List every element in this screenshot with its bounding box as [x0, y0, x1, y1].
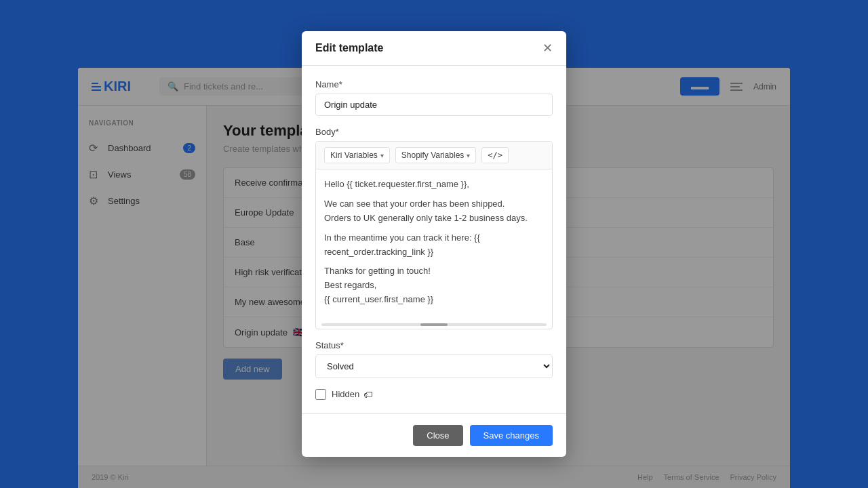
- status-select[interactable]: Open Pending Solved Closed: [315, 354, 553, 378]
- body-label: Body*: [315, 127, 553, 137]
- chevron-down-icon-2: ▾: [467, 152, 470, 159]
- hidden-checkbox[interactable]: [315, 389, 326, 400]
- editor-toolbar: Kiri Variables ▾ Shopify Variables ▾ </>: [316, 142, 552, 169]
- hidden-icon: 🏷: [363, 389, 373, 400]
- scrollbar-thumb: [420, 323, 448, 326]
- kiri-variables-label: Kiri Variables: [330, 150, 378, 160]
- body-editor: Kiri Variables ▾ Shopify Variables ▾ </>…: [315, 141, 553, 329]
- hidden-checkbox-group: Hidden 🏷: [315, 389, 553, 400]
- modal-overlay: Edit template ✕ Name* Body* Kiri Variabl…: [0, 0, 868, 488]
- body-line-3: In the meantime you can track it here: {…: [324, 231, 544, 260]
- save-changes-button[interactable]: Save changes: [470, 425, 553, 446]
- modal-title: Edit template: [315, 42, 383, 54]
- status-field-group: Status* Open Pending Solved Closed: [315, 340, 553, 378]
- shopify-variables-label: Shopify Variables: [401, 150, 465, 160]
- kiri-variables-dropdown[interactable]: Kiri Variables ▾: [324, 147, 390, 163]
- editor-scrollbar[interactable]: [321, 323, 547, 326]
- name-label: Name*: [315, 79, 553, 89]
- modal-footer: Close Save changes: [302, 413, 566, 457]
- hidden-label: Hidden 🏷: [332, 389, 373, 400]
- close-button[interactable]: Close: [413, 425, 462, 446]
- editor-content[interactable]: Hello {{ ticket.requester.first_name }},…: [316, 169, 552, 320]
- body-line-4: Thanks for getting in touch!Best regards…: [324, 264, 544, 306]
- modal-header: Edit template ✕: [302, 31, 566, 66]
- body-field-group: Body* Kiri Variables ▾ Shopify Variables…: [315, 127, 553, 329]
- modal-close-button[interactable]: ✕: [542, 42, 553, 54]
- code-button[interactable]: </>: [481, 147, 509, 163]
- name-field-group: Name*: [315, 79, 553, 116]
- name-input[interactable]: [315, 94, 553, 116]
- body-line-1: Hello {{ ticket.requester.first_name }},: [324, 178, 544, 192]
- edit-template-modal: Edit template ✕ Name* Body* Kiri Variabl…: [302, 31, 566, 456]
- status-label: Status*: [315, 340, 553, 350]
- modal-body: Name* Body* Kiri Variables ▾ Shopify Var…: [302, 66, 566, 413]
- chevron-down-icon: ▾: [380, 152, 384, 159]
- body-line-2: We can see that your order has been ship…: [324, 197, 544, 226]
- shopify-variables-dropdown[interactable]: Shopify Variables ▾: [395, 147, 477, 163]
